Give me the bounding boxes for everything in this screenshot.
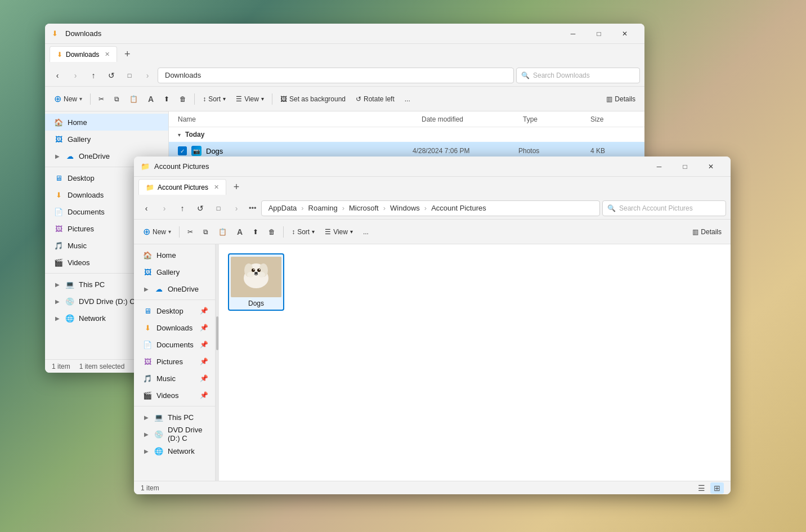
file-date-cell: 4/28/2024 7:06 PM [413, 147, 514, 155]
account-sidebar-downloads[interactable]: ⬇ Downloads 📌 [134, 319, 215, 336]
account-sidebar-desktop[interactable]: 🖥 Desktop 📌 [134, 302, 215, 319]
thispc-expand-icon[interactable]: ▶ [54, 281, 61, 288]
account-sort-chevron: ▾ [312, 229, 315, 235]
account-share-button[interactable]: ⬆ [248, 223, 263, 241]
add-tab-button[interactable]: + [119, 46, 135, 62]
group-expand-icon[interactable]: ▾ [178, 132, 181, 138]
account-address-bar[interactable]: AppData › Roaming › Microsoft › Windows … [261, 200, 600, 216]
refresh-button[interactable]: ↺ [104, 68, 119, 83]
grid-view-toggle[interactable]: ⊞ [710, 482, 724, 494]
account-sidebar-gallery[interactable]: 🖼 Gallery [134, 263, 215, 280]
account-tab[interactable]: 📁 Account Pictures ✕ [138, 179, 226, 195]
details-pane-button[interactable]: ▥ Details [602, 90, 640, 108]
share-button[interactable]: ⬆ [159, 90, 174, 108]
account-add-tab-button[interactable]: + [229, 179, 244, 195]
back-button[interactable]: ‹ [50, 68, 65, 83]
rename-icon: A [148, 95, 154, 104]
downloads-close-button[interactable]: ✕ [612, 24, 638, 44]
breadcrumb-roaming[interactable]: Roaming [306, 203, 340, 213]
account-sidebar-videos[interactable]: 🎬 Videos 📌 [134, 387, 215, 404]
breadcrumb-microsoft[interactable]: Microsoft [347, 203, 381, 213]
sidebar-item-gallery[interactable]: 🖼 Gallery [45, 131, 168, 147]
downloads-maximize-button[interactable]: □ [586, 24, 612, 44]
account-sort-button[interactable]: ↕ Sort ▾ [287, 223, 319, 241]
more-nav-icon[interactable]: ••• [247, 204, 259, 212]
network-expand-icon[interactable]: ▶ [54, 315, 61, 321]
account-search-bar[interactable]: 🔍 Search Account Pictures [602, 200, 726, 216]
account-sidebar-dvd[interactable]: ▶ 💿 DVD Drive (D:) C [134, 426, 215, 442]
account-content: 🏠 Home 🖼 Gallery ▶ ☁ OneDrive 🖥 Desktop … [134, 244, 731, 481]
account-new-button[interactable]: ⊕ New ▾ [138, 223, 176, 241]
account-view-button[interactable]: ☰ View ▾ [320, 223, 357, 241]
rotate-left-button[interactable]: ↺ Rotate left [351, 90, 399, 108]
expand-nav-button[interactable]: □ [122, 68, 137, 83]
file-type-cell: Photos [518, 147, 586, 155]
account-expand-nav-button[interactable]: □ [211, 200, 226, 216]
forward-button[interactable]: › [68, 68, 83, 83]
dvd-expand-icon[interactable]: ▶ [54, 298, 61, 305]
account-minimize-button[interactable]: ─ [646, 157, 672, 177]
details-icon: ▥ [606, 95, 612, 103]
set-background-button[interactable]: 🖼 Set as background [276, 90, 350, 108]
account-sidebar-network[interactable]: ▶ 🌐 Network [134, 442, 215, 459]
desktop-icon: 🖥 [54, 173, 63, 182]
list-view-toggle[interactable]: ☰ [695, 482, 708, 494]
sidebar-scrollbar[interactable] [216, 244, 219, 481]
account-details-button[interactable]: ▥ Details [688, 223, 726, 241]
account-more-button[interactable]: ... [359, 223, 373, 241]
account-delete-button[interactable]: 🗑 [264, 223, 280, 241]
account-onedrive-icon: ☁ [154, 284, 163, 293]
delete-button[interactable]: 🗑 [175, 90, 191, 108]
new-button[interactable]: ⊕ New ▾ [50, 90, 87, 108]
downloads-minimize-button[interactable]: ─ [560, 24, 586, 44]
scrollbar-thumb[interactable] [216, 316, 218, 350]
account-sidebar-pictures[interactable]: 🖼 Pictures 📌 [134, 353, 215, 370]
nav-chevron: › [140, 68, 155, 83]
paste-button[interactable]: 📋 [125, 90, 142, 108]
breadcrumb-appdata[interactable]: AppData [266, 203, 299, 213]
account-sidebar-home[interactable]: 🏠 Home [134, 247, 215, 263]
account-sidebar-thispc[interactable]: ▶ 💻 This PC [134, 409, 215, 426]
downloads-tab[interactable]: ⬇ Downloads ✕ [50, 46, 117, 62]
account-search-placeholder: Search Account Pictures [619, 204, 693, 212]
account-cut-button[interactable]: ✂ [183, 223, 198, 241]
account-copy-button[interactable]: ⧉ [199, 223, 213, 241]
account-title-icon: 📁 [141, 162, 150, 171]
account-refresh-button[interactable]: ↺ [192, 200, 208, 216]
downloads-search-bar[interactable]: 🔍 Search Downloads [516, 68, 640, 83]
account-tab-close[interactable]: ✕ [214, 184, 219, 191]
account-sidebar-onedrive[interactable]: ▶ ☁ OneDrive [134, 280, 215, 297]
cut-button[interactable]: ✂ [94, 90, 109, 108]
sidebar-item-home[interactable]: 🏠 Home [45, 114, 168, 131]
breadcrumb-downloads[interactable]: Downloads [163, 70, 203, 81]
account-paste-button[interactable]: 📋 [214, 223, 231, 241]
sort-button[interactable]: ↕ Sort ▾ [198, 90, 230, 108]
account-thispc-expand[interactable]: ▶ [143, 414, 150, 421]
account-rename-button[interactable]: A [232, 223, 247, 241]
view-button[interactable]: ☰ View ▾ [231, 90, 268, 108]
more-options-button[interactable]: ... [400, 90, 415, 108]
account-network-expand[interactable]: ▶ [143, 448, 150, 454]
up-button[interactable]: ↑ [86, 68, 101, 83]
account-up-button[interactable]: ↑ [174, 200, 190, 216]
breadcrumb-account-pictures[interactable]: Account Pictures [429, 203, 489, 213]
account-back-button[interactable]: ‹ [138, 200, 154, 216]
selection-checkbox[interactable]: ✓ [178, 146, 187, 155]
account-forward-button[interactable]: › [156, 200, 172, 216]
onedrive-expand-icon[interactable]: ▶ [54, 153, 61, 159]
account-share-icon: ⬆ [253, 228, 258, 236]
account-dvd-expand[interactable]: ▶ [143, 431, 150, 437]
pictures-icon: 🖼 [54, 224, 63, 233]
downloads-tab-close[interactable]: ✕ [105, 51, 110, 58]
downloads-toolbar: ⊕ New ▾ ✂ ⧉ 📋 A ⬆ 🗑 ↕ Sort ▾ ☰ [45, 87, 644, 111]
account-maximize-button[interactable]: □ [672, 157, 698, 177]
account-close-button[interactable]: ✕ [698, 157, 724, 177]
downloads-address-bar[interactable]: Downloads [158, 68, 514, 83]
list-item[interactable]: Dogs [228, 253, 284, 311]
account-sidebar-documents[interactable]: 📄 Documents 📌 [134, 336, 215, 353]
rename-button[interactable]: A [144, 90, 158, 108]
account-sidebar-music[interactable]: 🎵 Music 📌 [134, 370, 215, 387]
copy-button[interactable]: ⧉ [110, 90, 124, 108]
breadcrumb-windows[interactable]: Windows [388, 203, 422, 213]
account-onedrive-expand[interactable]: ▶ [143, 285, 150, 292]
